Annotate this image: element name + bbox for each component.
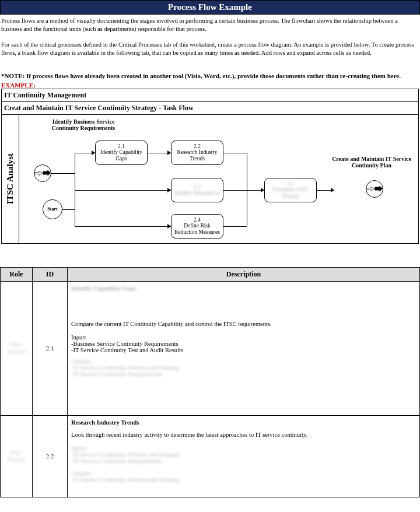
input-item: -IT Service Continuity Policies and Stra… <box>71 451 416 458</box>
connector <box>223 153 247 153</box>
task-name: Define Risk Reduction Measures <box>173 223 222 235</box>
outputs-block: Outputs -IT Service Continuity Policies … <box>71 470 416 483</box>
connector <box>75 226 171 227</box>
role-cell: ITSC Analyst <box>1 281 33 415</box>
desc-title: Research Industry Trends <box>71 419 416 426</box>
task-2-2: 2.2 Research Industry Trends <box>171 141 223 165</box>
id-cell: 2.1 <box>33 281 68 415</box>
inputs-label: Inputs <box>71 334 416 341</box>
output-arrow-circle <box>366 180 383 198</box>
connector <box>75 190 171 191</box>
arrowhead-icon <box>167 188 171 192</box>
task-num: 2.2 <box>194 143 201 149</box>
arrowhead-icon <box>331 188 334 192</box>
input-item: -IT Service Continuity Test and Audit Re… <box>71 347 416 353</box>
inputs-label: Inputs <box>71 445 416 451</box>
table-row: ITSC Analyst 2.2 Research Industry Trend… <box>1 415 420 497</box>
desc-title: Identify Capability Gaps <box>71 285 416 292</box>
arrowhead-icon <box>261 188 264 192</box>
connector <box>247 153 247 226</box>
start-node: Start <box>43 199 62 219</box>
page-title-bar: Process Flow Example <box>0 0 420 15</box>
desc-body: Look through recent industry activity to… <box>71 432 416 438</box>
swimlane-label: ITSC Analyst <box>2 115 19 243</box>
connector <box>223 226 247 227</box>
intro-paragraph-1: Process flows are a method of visually d… <box>1 17 419 33</box>
task-name: Formulate ITSC Strategy <box>266 187 315 199</box>
task-name: Identify Capability Gaps <box>97 149 146 162</box>
arrowhead-icon <box>167 224 171 229</box>
description-cell: Research Industry Trends Look through re… <box>68 415 420 497</box>
output-item: -IT Service Continuity Policies and Stra… <box>71 476 416 483</box>
outputs-label: Outputs <box>71 358 416 364</box>
example-label: EXAMPLE: <box>0 80 420 89</box>
role-cell: ITSC Analyst <box>1 415 33 497</box>
start-label: Start <box>47 206 57 212</box>
intro-paragraph-2: For each of the critical processes defin… <box>1 41 419 57</box>
task-num: 2.5 <box>287 181 294 187</box>
connector <box>62 209 75 210</box>
task-name: Research Industry Trends <box>173 149 222 162</box>
diagram: ITSC Analyst Identify Business Service C… <box>2 115 418 243</box>
arrowhead-icon <box>167 150 171 155</box>
col-description: Description <box>68 267 420 281</box>
input-label: Identify Business Service Continuity Req… <box>48 118 118 131</box>
connector <box>75 153 75 226</box>
task-name: Identify Alternatives <box>174 190 220 196</box>
output-item: -IT Service Continuity Policies and Stra… <box>71 364 416 371</box>
task-num: 2.3 <box>194 184 201 190</box>
connector <box>223 190 247 191</box>
task-num: 2.1 <box>118 143 125 149</box>
intro-block: Process flows are a method of visually d… <box>0 15 420 71</box>
task-2-1: 2.1 Identify Capability Gaps <box>95 141 148 165</box>
output-label: Create and Maintain IT Service Continuit… <box>331 156 412 169</box>
note-line: *NOTE: If process flows have already bee… <box>0 71 420 80</box>
flow-subtitle: Creat and Maintain IT Service Continuity… <box>2 102 418 115</box>
description-cell: Identify Capability Gaps Compare the cur… <box>68 281 420 415</box>
input-arrow-circle <box>34 164 51 182</box>
col-id: ID <box>33 267 68 281</box>
table-row: ITSC Analyst 2.1 Identify Capability Gap… <box>1 281 420 415</box>
task-num: 2.4 <box>194 217 201 223</box>
diagram-area: Identify Business Service Continuity Req… <box>19 115 418 243</box>
connector <box>51 173 75 174</box>
task-2-4: 2.4 Define Risk Reduction Measures <box>171 214 223 239</box>
outputs-label: Outputs <box>71 470 416 476</box>
desc-body: Compare the current IT Continuity Capabi… <box>71 321 416 327</box>
inputs-block: Inputs -IT Service Continuity Policies a… <box>71 445 416 464</box>
id-cell: 2.2 <box>33 415 68 497</box>
flow-section-title: IT Continuity Management <box>2 89 418 102</box>
description-table: Role ID Description ITSC Analyst 2.1 Ide… <box>0 267 420 497</box>
page-title: Process Flow Example <box>168 2 252 12</box>
input-item: -Business Service Continuity Requirement… <box>71 341 416 347</box>
outputs-block: Outputs -IT Service Continuity Policies … <box>71 358 416 377</box>
task-2-5: 2.5 Formulate ITSC Strategy <box>264 178 317 202</box>
arrowhead-icon <box>92 150 95 155</box>
swimlane-text: ITSC Analyst <box>5 153 15 204</box>
output-item: -IT Service Continuity Requirements <box>71 371 416 377</box>
col-role: Role <box>1 267 33 281</box>
flow-container: IT Continuity Management Creat and Maint… <box>1 89 419 244</box>
task-2-3: 2.3 Identify Alternatives <box>171 178 223 202</box>
input-item: -IT Service Continuity Requirements <box>71 458 416 464</box>
